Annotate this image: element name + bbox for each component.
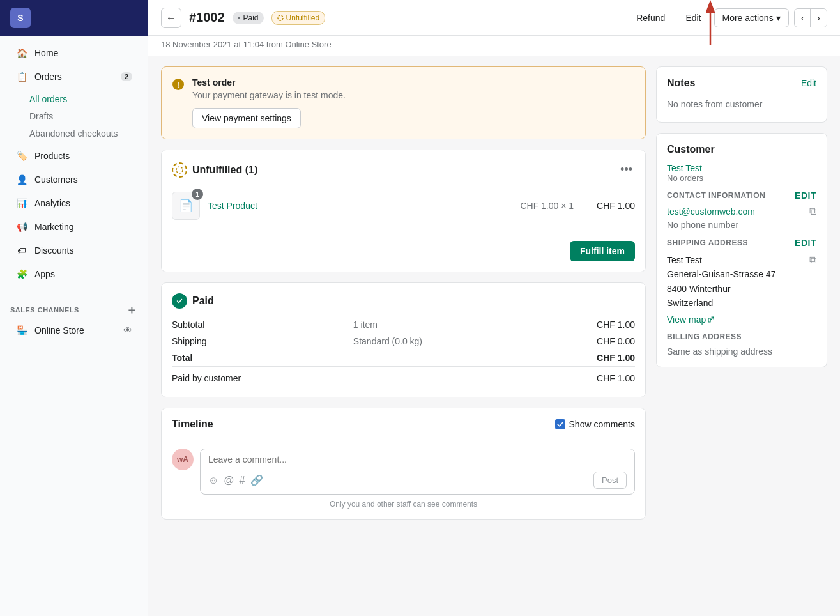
attachment-icon[interactable]: 🔗 <box>250 474 263 486</box>
warning-icon: ! <box>172 78 185 91</box>
contact-edit-link[interactable]: Edit <box>795 190 816 201</box>
order-meta: 18 November 2021 at 11:04 from Online St… <box>148 36 840 56</box>
alert-content: Test order Your payment gateway is in te… <box>192 77 346 128</box>
subtotal-row: Subtotal 1 item CHF 1.00 <box>172 316 635 333</box>
more-actions-button[interactable]: More actions ▾ <box>714 8 789 27</box>
shipping-street: General-Guisan-Strasse 47 <box>667 267 775 281</box>
edit-button[interactable]: Edit <box>678 9 708 27</box>
notes-card: Notes Edit No notes from customer <box>656 66 827 123</box>
sidebar-item-abandoned[interactable]: Abandoned checkouts <box>29 125 142 142</box>
unfulfilled-more-menu[interactable]: ••• <box>618 160 635 179</box>
order-navigation: ‹ › <box>794 8 827 27</box>
svg-point-6 <box>176 297 184 305</box>
copy-email-icon[interactable]: ⧉ <box>809 206 816 217</box>
next-order-button[interactable]: › <box>811 9 827 27</box>
payment-table: Subtotal 1 item CHF 1.00 Shipping Standa… <box>172 316 635 387</box>
product-name-link[interactable]: Test Product <box>208 201 257 211</box>
content-area: ! Test order Your payment gateway is in … <box>148 56 840 616</box>
discounts-label: Discounts <box>34 245 73 256</box>
customer-header: Customer <box>667 144 816 155</box>
shipping-label: Shipping <box>172 333 353 350</box>
orders-icon: 📋 <box>15 70 28 83</box>
subtotal-label: Subtotal <box>172 316 353 333</box>
paid-by-amount: CHF 1.00 <box>535 367 635 387</box>
email-link[interactable]: test@customweb.com <box>667 206 755 217</box>
fulfill-btn-row: Fulfill item <box>172 233 635 261</box>
unfulfilled-card: Unfulfilled (1) ••• 📄 1 Test Product CHF… <box>161 150 646 272</box>
payment-header: Paid <box>172 293 635 309</box>
refund-button[interactable]: Refund <box>629 9 673 27</box>
sidebar: S 🏠 Home 📋 Orders 2 All orders Drafts Ab… <box>0 0 148 616</box>
comment-input[interactable] <box>208 454 627 465</box>
external-link-icon <box>708 316 714 323</box>
view-payment-settings-button[interactable]: View payment settings <box>192 108 301 128</box>
alert-title: Test order <box>192 77 346 88</box>
sidebar-item-apps[interactable]: 🧩 Apps <box>5 263 142 286</box>
hashtag-icon[interactable]: # <box>240 475 245 486</box>
sidebar-item-products[interactable]: 🏷️ Products <box>5 144 142 167</box>
sidebar-item-online-store[interactable]: 🏪 Online Store 👁 <box>5 319 142 342</box>
shipping-edit-link[interactable]: Edit <box>795 238 816 248</box>
sidebar-item-analytics[interactable]: 📊 Analytics <box>5 192 142 215</box>
timeline-card: Timeline Show comments wA <box>161 408 646 520</box>
fulfill-item-button[interactable]: Fulfill item <box>570 241 635 261</box>
comment-row: wA ☺ @ # 🔗 Post <box>172 449 635 495</box>
sidebar-item-marketing[interactable]: 📢 Marketing <box>5 215 142 238</box>
post-comment-button[interactable]: Post <box>593 472 627 489</box>
sidebar-item-discounts[interactable]: 🏷 Discounts <box>5 239 142 262</box>
unfulfilled-status-icon <box>172 162 187 178</box>
content-main: ! Test order Your payment gateway is in … <box>161 66 646 606</box>
prev-order-button[interactable]: ‹ <box>795 9 811 27</box>
billing-same: Same as shipping address <box>667 346 816 357</box>
shipping-amount: CHF 0.00 <box>535 333 635 350</box>
billing-address-label: BILLING ADDRESS <box>667 332 816 341</box>
sidebar-item-customers[interactable]: 👤 Customers <box>5 168 142 191</box>
unfulfilled-badge: Unfulfilled <box>271 11 326 25</box>
sidebar-item-all-orders[interactable]: All orders <box>29 91 142 107</box>
products-label: Products <box>34 151 70 161</box>
sidebar-item-drafts[interactable]: Drafts <box>29 108 142 125</box>
sidebar-item-home[interactable]: 🏠 Home <box>5 42 142 65</box>
avatar: wA <box>172 449 194 470</box>
show-comments-checkbox[interactable] <box>555 419 565 429</box>
customer-name-link[interactable]: Test Test <box>667 163 702 173</box>
shipping-country: Switzerland <box>667 296 775 310</box>
customer-name-row: Test Test <box>667 163 816 173</box>
customers-icon: 👤 <box>15 173 28 186</box>
paid-status-icon <box>172 293 187 309</box>
mention-icon[interactable]: @ <box>224 475 234 486</box>
discounts-icon: 🏷 <box>15 244 28 257</box>
notes-edit-link[interactable]: Edit <box>801 78 816 88</box>
topbar-actions: Refund Edit More actions ▾ ‹ › <box>629 8 827 27</box>
content-sidebar: Notes Edit No notes from customer Custom… <box>656 66 827 606</box>
sidebar-nav: 🏠 Home 📋 Orders 2 All orders Drafts Aban… <box>0 36 148 616</box>
marketing-icon: 📢 <box>15 220 28 233</box>
product-total: CHF 1.00 <box>597 201 635 211</box>
paid-by-row: Paid by customer CHF 1.00 <box>172 367 635 387</box>
timeline-divider <box>172 438 635 438</box>
customer-section-title: Customer <box>667 144 715 155</box>
main-area: ← #1002 Paid Unfulfilled Refund Edit Mor… <box>148 0 840 616</box>
svg-point-0 <box>278 15 283 20</box>
chevron-down-icon: ▾ <box>776 13 781 23</box>
paid-by-label: Paid by customer <box>172 367 353 387</box>
unfulfilled-title: Unfulfilled (1) <box>172 162 257 178</box>
analytics-icon: 📊 <box>15 197 28 210</box>
svg-point-5 <box>176 167 183 173</box>
view-map-link[interactable]: View map <box>667 314 714 325</box>
sidebar-item-orders[interactable]: 📋 Orders 2 <box>5 65 142 88</box>
customer-orders: No orders <box>667 173 816 183</box>
emoji-icon[interactable]: ☺ <box>208 475 218 486</box>
back-button[interactable]: ← <box>161 8 181 28</box>
copy-address-icon[interactable]: ⧉ <box>809 254 816 266</box>
contact-info-label: CONTACT INFORMATION Edit <box>667 190 816 201</box>
shipping-address-text: Test Test General-Guisan-Strasse 47 8400… <box>667 253 775 311</box>
total-label: Total <box>172 350 353 367</box>
subtotal-items: 1 item <box>353 316 535 333</box>
total-amount: CHF 1.00 <box>535 350 635 367</box>
show-comments-toggle[interactable]: Show comments <box>555 419 635 429</box>
add-sales-channel-icon[interactable]: ＋ <box>126 304 138 316</box>
product-qty-badge: 1 <box>192 189 203 200</box>
comment-input-wrap[interactable]: ☺ @ # 🔗 Post <box>200 449 635 495</box>
eye-icon[interactable]: 👁 <box>123 325 132 335</box>
